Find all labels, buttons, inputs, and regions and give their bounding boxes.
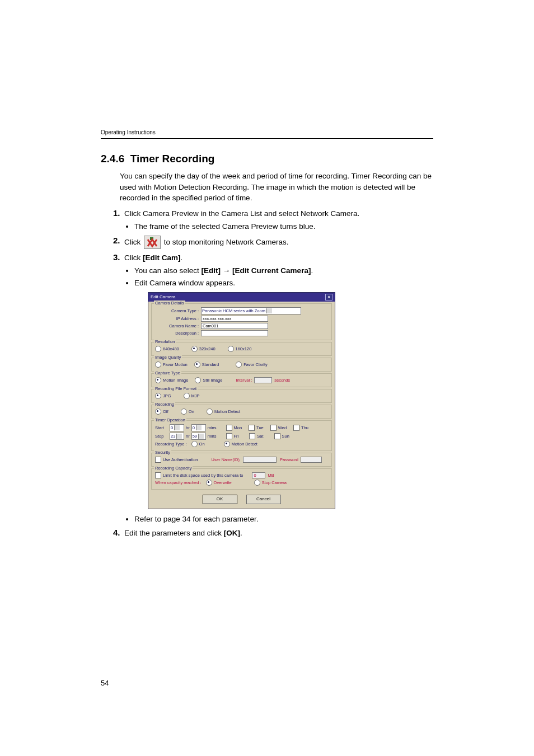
group-camera-details: Camera Details Camera Type : Panasonic H… [151,303,332,340]
edit-camera-dialog: Edit Camera × Camera Details Camera Type… [148,292,335,509]
radio-motion-image[interactable]: Motion Image [155,377,188,383]
radio-640x480[interactable]: 640x480 [155,346,179,352]
radio-standard[interactable]: Standard [194,361,219,368]
limit-mb-input: 0 [252,472,265,478]
group-recording: Recording Off On Motion Detect [151,405,332,419]
t: Motion Detect [214,409,240,414]
step-3-sub3: Refer to page 34 for each parameter. [134,514,433,525]
t: Off [163,409,168,414]
radio-320x240[interactable]: 320x240 [191,346,216,352]
step-bold: [Edit Cam] [143,253,181,262]
step-4: 4. Edit the parameters and click [OK]. [113,528,433,539]
t: Stop Camera [262,480,287,485]
start-hr-select[interactable]: 0 [170,424,184,431]
running-header: Operating Instructions [101,129,433,139]
step-number: 1. [113,207,120,219]
chk-thu[interactable]: Thu [293,425,308,431]
radio-favor-motion[interactable]: Favor Motion [155,361,188,368]
v: 59 [193,434,197,439]
cancel-button[interactable]: Cancel [246,495,281,504]
close-icon[interactable]: × [325,294,332,300]
radio-still-image[interactable]: Still Image [195,377,222,383]
t: Limit the disk space used by this camera… [163,473,243,478]
intro-paragraph: You can specify the day of the week and … [120,171,433,204]
radio-favor-clarity[interactable]: Favor Clarity [236,361,268,368]
ok-button[interactable]: OK [203,495,237,504]
stop-monitoring-icon [144,236,161,249]
radio-rec-off[interactable]: Off [155,408,168,415]
step-1-sub1: The frame of the selected Camera Preview… [134,221,433,232]
legend: Security [154,450,171,455]
username-input [243,457,277,463]
stop-hr-select[interactable]: 23 [170,433,184,440]
radio-jpg[interactable]: JPG [155,393,171,399]
label-hr: hr [186,425,190,430]
t: Fri [234,434,239,439]
v: 0 [193,425,195,430]
camera-type-select[interactable]: Panasonic HCM series with Zoom [201,307,301,314]
chk-limit-disk[interactable]: Limit the disk space used by this camera… [155,472,243,478]
label-when-reached: When capacity reached : [155,480,202,485]
chk-use-authentication[interactable]: Use Authentication [155,457,198,463]
t: Standard [202,362,219,367]
group-timer-operation: Timer Operation Start 0 hr 0 mins Mon Tu… [151,420,332,451]
step-2: 2. Click to stop monitoring Network Came… [113,236,433,249]
t: Tue [256,425,264,430]
legend: Resolution [154,339,176,344]
t: Favor Motion [163,362,188,367]
page-number: 54 [101,678,109,689]
dialog-title: Edit Camera [151,294,175,300]
step-text: Click Camera Preview in the Camera List … [124,209,359,218]
legend: Timer Operation [154,417,186,422]
step-number: 3. [113,251,120,264]
legend: Recording File Format [154,386,198,391]
chk-sun[interactable]: Sun [274,433,289,439]
stop-min-select[interactable]: 59 [191,433,206,440]
group-file-format: Recording File Format JPG MJP [151,389,332,403]
password-input [301,457,322,463]
ip-address-input[interactable]: xxx.xxx.xxx.xxx [201,316,268,322]
v: 23 [171,434,175,439]
radio-rt-on[interactable]: On [191,441,205,447]
radio-mjp[interactable]: MJP [184,393,200,399]
t: [Edit Current Camera] [232,266,311,275]
interval-input [254,377,272,383]
radio-rec-on[interactable]: On [181,408,194,415]
step-text-before: Edit the parameters and click [124,529,224,537]
label-recording-type: Recording Type : [155,442,187,447]
t: Motion Detect [232,442,257,447]
label-description: Description : [155,331,199,336]
chk-sat[interactable]: Sat [249,433,263,439]
camera-name-input[interactable]: Cam001 [201,323,268,329]
step-text-before: Click [124,237,143,246]
step-number: 4. [113,527,120,539]
radio-rt-motion-detect[interactable]: Motion Detect [224,441,257,447]
start-min-select[interactable]: 0 [191,424,206,431]
t: Favor Clarity [243,362,268,367]
step-text-after: to stop monitoring Network Cameras. [164,237,289,246]
label-interval: Interval : [236,378,252,383]
label-password: Password [280,457,298,462]
section-title-text: Timer Recording [130,153,215,165]
step-text-after: . [181,253,183,262]
radio-rec-motion-detect[interactable]: Motion Detect [207,408,240,415]
chk-tue[interactable]: Tue [249,425,264,431]
step-number: 2. [113,234,120,247]
label-mb: MB [268,473,274,478]
chk-mon[interactable]: Mon [226,425,242,431]
label-camera-type: Camera Type : [155,308,199,313]
radio-160x120[interactable]: 160x120 [228,346,252,352]
t: 640x480 [163,346,179,351]
chk-wed[interactable]: Wed [270,425,287,431]
t: On [189,409,194,414]
radio-stop-camera: Stop Camera [254,480,287,486]
t: Thu [301,425,308,430]
description-input[interactable] [201,330,268,336]
step-text-before: Click [124,253,143,262]
group-resolution: Resolution 640x480 320x240 160x120 [151,342,332,356]
chk-fri[interactable]: Fri [226,433,239,439]
arrow-icon: → [221,266,232,275]
step-3-sub2: Edit Camera window appears. [134,278,433,289]
label-ip: IP Address : [155,316,199,321]
label-mins: mins [208,425,217,430]
